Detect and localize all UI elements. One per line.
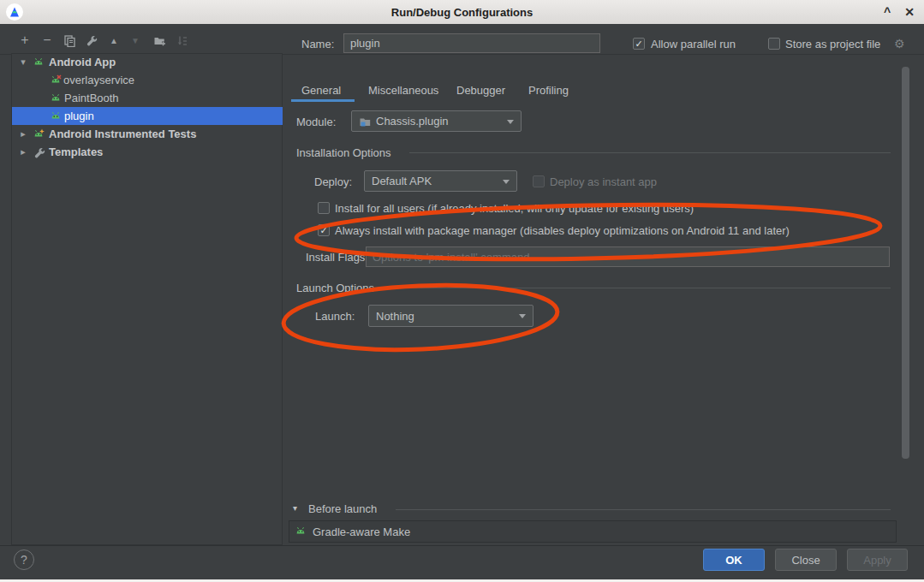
before-launch-item[interactable]: Gradle-aware Make <box>313 526 410 538</box>
help-button[interactable]: ? <box>14 549 34 570</box>
move-down-button[interactable]: ▼ <box>128 33 143 48</box>
deploy-label: Deploy: <box>314 175 352 188</box>
apply-button[interactable]: Apply <box>847 549 908 571</box>
tree-item-paintbooth[interactable]: PaintBooth <box>12 89 283 107</box>
tab-profiling[interactable]: Profiling <box>528 79 569 101</box>
move-up-button[interactable]: ▲ <box>106 33 122 48</box>
android-error-icon <box>50 74 62 89</box>
always-install-package-manager-checkbox[interactable]: ✓ <box>318 224 330 236</box>
store-as-project-file-checkbox[interactable] <box>768 38 780 50</box>
install-for-all-users-label: Install for all users (if already instal… <box>335 202 694 215</box>
edit-templates-icon[interactable] <box>84 33 99 48</box>
title-bar: Run/Debug Configurations ^ ✕ <box>0 0 924 25</box>
tree-item-plugin[interactable]: plugin <box>12 107 283 125</box>
name-input[interactable] <box>343 33 600 53</box>
android-icon <box>50 92 62 107</box>
section-divider <box>409 152 891 153</box>
install-for-all-users-checkbox[interactable] <box>318 202 330 214</box>
deploy-as-instant-app-label: Deploy as instant app <box>550 175 657 188</box>
name-label: Name: <box>301 38 334 50</box>
footer-divider <box>0 545 924 546</box>
section-divider <box>387 288 891 288</box>
tree-item-templates[interactable]: ▸ Templates <box>12 143 283 161</box>
copy-configuration-icon[interactable] <box>62 33 77 48</box>
module-icon <box>359 116 371 128</box>
deploy-as-instant-app-checkbox[interactable] <box>533 175 545 187</box>
tab-miscellaneous[interactable]: Miscellaneous <box>368 79 438 101</box>
chevron-collapsed-icon[interactable]: ▸ <box>19 146 27 157</box>
ok-button[interactable]: OK <box>703 549 765 571</box>
install-flags-label: Install Flags: <box>306 251 368 264</box>
window-close-button[interactable]: ✕ <box>898 0 921 23</box>
check-icon: ✓ <box>635 39 642 49</box>
tab-general[interactable]: General <box>301 79 341 101</box>
window-title: Run/Debug Configurations <box>391 6 533 19</box>
android-icon <box>295 526 307 537</box>
module-label: Module: <box>296 116 336 128</box>
tab-debugger[interactable]: Debugger <box>456 79 505 101</box>
new-folder-icon[interactable] <box>152 33 167 48</box>
tree-item-android-instrumented-tests[interactable]: ▸ Android Instrumented Tests <box>12 125 283 143</box>
allow-parallel-run-label: Allow parallel run <box>651 38 736 50</box>
tree-item-overlayservice[interactable]: overlayservice <box>12 71 283 89</box>
deploy-dropdown[interactable]: Default APK <box>364 170 517 192</box>
install-flags-input[interactable] <box>366 246 890 267</box>
close-button[interactable]: Close <box>775 549 837 571</box>
section-divider <box>396 509 891 510</box>
android-icon <box>33 56 45 71</box>
allow-parallel-run-checkbox[interactable]: ✓ <box>633 38 645 50</box>
store-as-project-file-gear-icon[interactable]: ⚙ <box>894 37 905 50</box>
android-icon <box>50 110 62 125</box>
always-install-package-manager-label: Always install with package manager (dis… <box>335 224 790 237</box>
android-test-icon <box>33 128 45 143</box>
remove-configuration-button[interactable]: − <box>39 33 55 48</box>
run-debug-configurations-dialog: Run/Debug Configurations ^ ✕ + − ▲ ▼ Nam… <box>0 0 924 582</box>
vertical-scrollbar[interactable] <box>902 67 909 459</box>
add-configuration-button[interactable]: + <box>17 33 33 48</box>
chevron-collapsed-icon[interactable]: ▸ <box>19 128 27 140</box>
before-launch-collapse-icon[interactable]: ▾ <box>293 503 297 513</box>
before-launch-list: Gradle-aware Make <box>289 520 897 543</box>
launch-label: Launch: <box>315 310 355 323</box>
chevron-expanded-icon[interactable]: ▾ <box>19 56 27 68</box>
android-studio-logo-icon <box>6 3 23 21</box>
wrench-icon <box>33 146 45 161</box>
window-minimize-button[interactable]: ^ <box>876 0 898 23</box>
check-icon: ✓ <box>319 226 327 235</box>
module-dropdown[interactable]: Chassis.plugin <box>351 110 522 132</box>
store-as-project-file-label: Store as project file <box>785 38 880 50</box>
before-launch-title[interactable]: Before launch <box>308 502 377 515</box>
installation-options-title: Installation Options <box>296 146 391 159</box>
active-tab-indicator <box>291 99 355 102</box>
launch-options-title: Launch Options <box>296 282 374 294</box>
tree-item-android-app[interactable]: ▾ Android App <box>12 53 283 71</box>
launch-dropdown[interactable]: Nothing <box>368 305 534 327</box>
sort-configurations-icon[interactable] <box>175 33 190 48</box>
